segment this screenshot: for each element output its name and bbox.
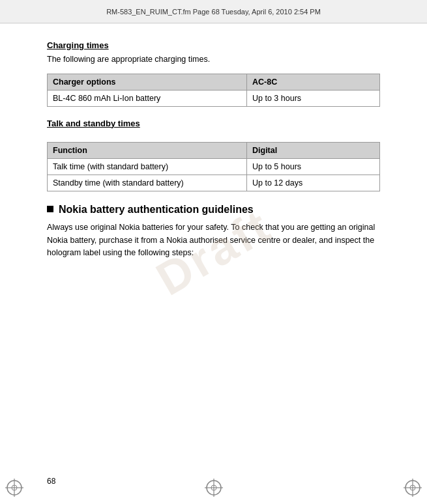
header-bar: RM-583_EN_RUIM_CT.fm Page 68 Tuesday, Ap… (0, 0, 427, 23)
charging-times-intro: The following are appropriate charging t… (47, 54, 380, 66)
charging-times-section: Charging times The following are appropr… (47, 40, 380, 107)
charging-times-title: Charging times (47, 40, 380, 50)
main-content: Charging times The following are appropr… (0, 23, 427, 279)
nokia-battery-body: Always use original Nokia batteries for … (47, 221, 380, 259)
bottom-left-crosshair (5, 479, 23, 499)
talk-cell-1-2: Up to 5 hours (247, 158, 380, 175)
talk-standby-table: Function Digital Talk time (with standar… (47, 142, 380, 191)
page-number: 68 (47, 477, 55, 486)
talk-cell-1-1: Talk time (with standard battery) (48, 158, 247, 175)
charging-col-header-1: Charger options (48, 74, 247, 90)
charging-col-header-2: AC-8C (247, 74, 380, 90)
table-row: Talk time (with standard battery) Up to … (48, 158, 380, 175)
nokia-battery-section: Nokia battery authentication guidelines … (47, 203, 380, 260)
talk-standby-section: Talk and standby times Function Digital … (47, 119, 380, 191)
talk-cell-2-1: Standby time (with standard battery) (48, 175, 247, 191)
table-row: BL-4C 860 mAh Li-Ion battery Up to 3 hou… (48, 90, 380, 106)
bullet-icon (47, 206, 53, 212)
bottom-right-crosshair (404, 479, 422, 499)
charging-times-table: Charger options AC-8C BL-4C 860 mAh Li-I… (47, 74, 380, 107)
bottom-center-crosshair (205, 479, 223, 499)
talk-col-header-2: Digital (247, 142, 380, 158)
nokia-battery-title: Nokia battery authentication guidelines (59, 203, 254, 217)
nokia-battery-heading: Nokia battery authentication guidelines (47, 203, 380, 217)
charging-cell-1-2: Up to 3 hours (247, 90, 380, 106)
talk-col-header-1: Function (48, 142, 247, 158)
header-text: RM-583_EN_RUIM_CT.fm Page 68 Tuesday, Ap… (106, 8, 321, 16)
talk-cell-2-2: Up to 12 days (247, 175, 380, 191)
table-row: Standby time (with standard battery) Up … (48, 175, 380, 191)
charging-cell-1-1: BL-4C 860 mAh Li-Ion battery (48, 90, 247, 106)
page-container: Draft RM-583_EN_RUIM_CT.fm Page 68 Tuesd… (0, 0, 427, 504)
talk-standby-title: Talk and standby times (47, 119, 380, 128)
